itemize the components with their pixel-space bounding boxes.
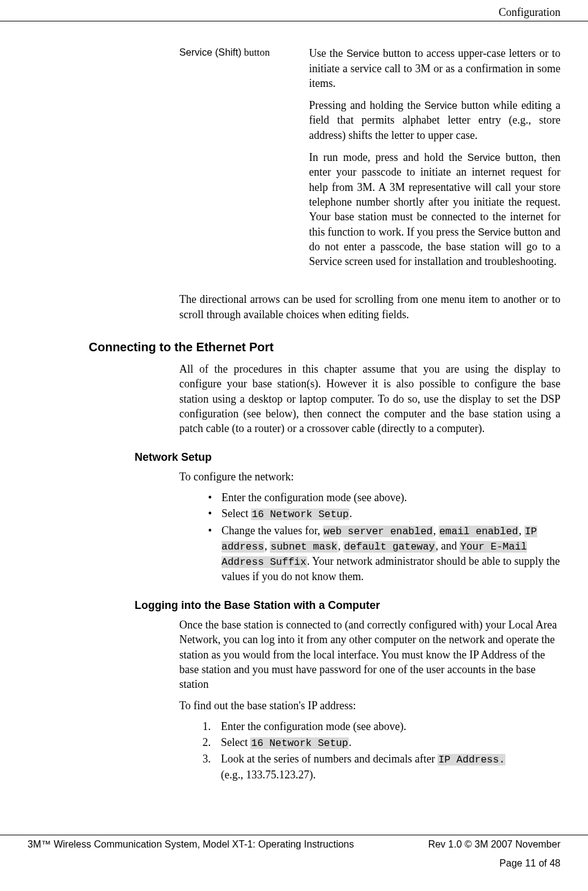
definition-body: Use the Service button to access upper-c… <box>309 46 560 269</box>
header-section: Configuration <box>499 6 560 18</box>
def-para-2: Pressing and holding the Service button … <box>309 98 560 143</box>
heading-logging-in: Logging into the Base Station with a Com… <box>135 598 560 613</box>
def-para-3: In run mode, press and hold the Service … <box>309 150 560 269</box>
step-3: Look at the series of numbers and decima… <box>203 751 560 782</box>
definition-term: Service (Shift) button <box>179 46 309 269</box>
login-steps: Enter the configuration mode (see above)… <box>203 719 560 782</box>
login-paragraph: Once the base station is connected to (a… <box>179 617 560 692</box>
ethernet-paragraph: All of the procedures in this chapter as… <box>179 362 560 436</box>
scroll-paragraph: The directional arrows can be used for s… <box>179 292 560 322</box>
footer-left: 3M™ Wireless Communication System, Model… <box>28 838 354 851</box>
step-2: Select 16 Network Setup. <box>203 735 560 750</box>
footer-page: Page 11 of 48 <box>28 857 560 870</box>
heading-ethernet: Connecting to the Ethernet Port <box>89 339 560 356</box>
definition-row: Service (Shift) button Use the Service b… <box>179 46 560 269</box>
footer-right: Rev 1.0 © 3M 2007 November <box>428 838 560 851</box>
bullet-3: Change the values for, web server enable… <box>208 523 560 584</box>
page-header: Configuration <box>0 0 588 21</box>
footer-row: 3M™ Wireless Communication System, Model… <box>28 838 560 851</box>
heading-network-setup: Network Setup <box>135 450 560 464</box>
page-footer: 3M™ Wireless Communication System, Model… <box>0 835 588 870</box>
step-1: Enter the configuration mode (see above)… <box>203 719 560 734</box>
def-para-1: Use the Service button to access upper-c… <box>309 46 560 91</box>
page-content: Service (Shift) button Use the Service b… <box>0 21 588 820</box>
network-bullets: Enter the configuration mode (see above)… <box>208 490 560 584</box>
network-intro: To configure the network: <box>179 469 560 484</box>
bullet-1: Enter the configuration mode (see above)… <box>208 490 560 505</box>
term-serif: button <box>242 47 270 58</box>
term-sans: Service (Shift) <box>179 47 242 58</box>
bullet-2: Select 16 Network Setup. <box>208 506 560 521</box>
login-find-ip: To find out the base station's IP addres… <box>179 698 560 713</box>
